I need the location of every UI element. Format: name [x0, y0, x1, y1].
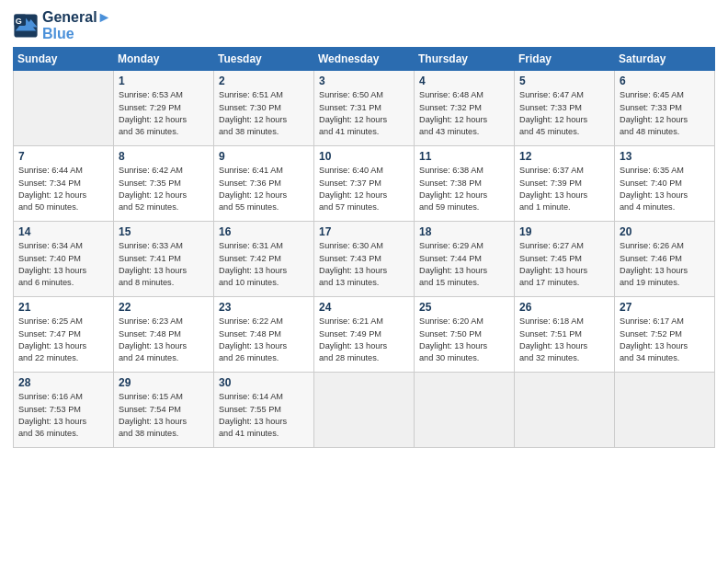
week-row-2: 7Sunrise: 6:44 AMSunset: 7:34 PMDaylight… — [14, 146, 715, 222]
calendar-cell: 24Sunrise: 6:21 AMSunset: 7:49 PMDayligh… — [314, 297, 415, 373]
day-number: 24 — [319, 301, 409, 314]
week-row-4: 21Sunrise: 6:25 AMSunset: 7:47 PMDayligh… — [14, 297, 715, 373]
week-row-5: 28Sunrise: 6:16 AMSunset: 7:53 PMDayligh… — [14, 373, 715, 448]
day-header-monday: Monday — [114, 48, 214, 71]
calendar-cell — [515, 373, 615, 448]
day-number: 22 — [119, 301, 209, 314]
cell-details: Sunrise: 6:31 AMSunset: 7:42 PMDaylight:… — [219, 240, 309, 289]
cell-details: Sunrise: 6:41 AMSunset: 7:36 PMDaylight:… — [219, 165, 309, 213]
cell-details: Sunrise: 6:48 AMSunset: 7:32 PMDaylight:… — [419, 89, 509, 138]
day-number: 10 — [319, 150, 409, 163]
day-header-sunday: Sunday — [14, 48, 114, 71]
day-number: 9 — [219, 150, 309, 163]
day-header-saturday: Saturday — [615, 48, 715, 71]
calendar-cell: 20Sunrise: 6:26 AMSunset: 7:46 PMDayligh… — [615, 222, 715, 297]
cell-details: Sunrise: 6:38 AMSunset: 7:38 PMDaylight:… — [419, 165, 509, 213]
day-number: 12 — [519, 150, 609, 163]
calendar-cell: 4Sunrise: 6:48 AMSunset: 7:32 PMDaylight… — [415, 71, 515, 146]
cell-details: Sunrise: 6:23 AMSunset: 7:48 PMDaylight:… — [119, 316, 209, 364]
calendar-cell: 22Sunrise: 6:23 AMSunset: 7:48 PMDayligh… — [114, 297, 214, 373]
day-number: 8 — [119, 150, 209, 163]
calendar-cell: 10Sunrise: 6:40 AMSunset: 7:37 PMDayligh… — [314, 146, 415, 222]
calendar-cell: 7Sunrise: 6:44 AMSunset: 7:34 PMDaylight… — [14, 146, 114, 222]
calendar-cell: 21Sunrise: 6:25 AMSunset: 7:47 PMDayligh… — [14, 297, 114, 373]
calendar-cell: 23Sunrise: 6:22 AMSunset: 7:48 PMDayligh… — [214, 297, 314, 373]
calendar-cell: 17Sunrise: 6:30 AMSunset: 7:43 PMDayligh… — [314, 222, 415, 297]
day-number: 13 — [620, 150, 710, 163]
day-number: 30 — [219, 376, 309, 389]
calendar-cell: 16Sunrise: 6:31 AMSunset: 7:42 PMDayligh… — [214, 222, 314, 297]
day-number: 11 — [419, 150, 509, 163]
day-number: 25 — [419, 301, 509, 314]
calendar-cell: 28Sunrise: 6:16 AMSunset: 7:53 PMDayligh… — [14, 373, 114, 448]
day-number: 29 — [119, 376, 209, 389]
day-number: 2 — [219, 75, 309, 87]
calendar-cell: 9Sunrise: 6:41 AMSunset: 7:36 PMDaylight… — [214, 146, 314, 222]
cell-details: Sunrise: 6:29 AMSunset: 7:44 PMDaylight:… — [419, 240, 509, 289]
day-number: 26 — [519, 301, 609, 314]
calendar-cell: 1Sunrise: 6:53 AMSunset: 7:29 PMDaylight… — [114, 71, 214, 146]
svg-text:G: G — [16, 16, 22, 25]
cell-details: Sunrise: 6:25 AMSunset: 7:47 PMDaylight:… — [18, 316, 108, 364]
day-number: 5 — [519, 75, 609, 87]
week-row-3: 14Sunrise: 6:34 AMSunset: 7:40 PMDayligh… — [14, 222, 715, 297]
logo-text: General► Blue — [42, 9, 111, 41]
calendar-cell: 30Sunrise: 6:14 AMSunset: 7:55 PMDayligh… — [214, 373, 314, 448]
cell-details: Sunrise: 6:26 AMSunset: 7:46 PMDaylight:… — [620, 240, 710, 289]
cell-details: Sunrise: 6:40 AMSunset: 7:37 PMDaylight:… — [319, 165, 409, 213]
header-row: SundayMondayTuesdayWednesdayThursdayFrid… — [14, 48, 715, 71]
day-number: 19 — [519, 225, 609, 238]
calendar-cell: 25Sunrise: 6:20 AMSunset: 7:50 PMDayligh… — [415, 297, 515, 373]
cell-details: Sunrise: 6:22 AMSunset: 7:48 PMDaylight:… — [219, 316, 309, 364]
cell-details: Sunrise: 6:47 AMSunset: 7:33 PMDaylight:… — [519, 89, 609, 138]
calendar-table: SundayMondayTuesdayWednesdayThursdayFrid… — [13, 47, 715, 448]
day-number: 16 — [219, 225, 309, 238]
cell-details: Sunrise: 6:53 AMSunset: 7:29 PMDaylight:… — [119, 89, 209, 138]
day-number: 21 — [18, 301, 108, 314]
cell-details: Sunrise: 6:30 AMSunset: 7:43 PMDaylight:… — [319, 240, 409, 289]
calendar-cell — [615, 373, 715, 448]
cell-details: Sunrise: 6:21 AMSunset: 7:49 PMDaylight:… — [319, 316, 409, 364]
cell-details: Sunrise: 6:37 AMSunset: 7:39 PMDaylight:… — [519, 165, 609, 213]
cell-details: Sunrise: 6:20 AMSunset: 7:50 PMDaylight:… — [419, 316, 509, 364]
day-number: 28 — [18, 376, 108, 389]
cell-details: Sunrise: 6:18 AMSunset: 7:51 PMDaylight:… — [519, 316, 609, 364]
calendar-cell: 3Sunrise: 6:50 AMSunset: 7:31 PMDaylight… — [314, 71, 415, 146]
calendar-cell: 14Sunrise: 6:34 AMSunset: 7:40 PMDayligh… — [14, 222, 114, 297]
calendar-cell: 12Sunrise: 6:37 AMSunset: 7:39 PMDayligh… — [515, 146, 615, 222]
calendar-cell: 29Sunrise: 6:15 AMSunset: 7:54 PMDayligh… — [114, 373, 214, 448]
cell-details: Sunrise: 6:44 AMSunset: 7:34 PMDaylight:… — [18, 165, 108, 213]
calendar-cell: 13Sunrise: 6:35 AMSunset: 7:40 PMDayligh… — [615, 146, 715, 222]
calendar-cell: 15Sunrise: 6:33 AMSunset: 7:41 PMDayligh… — [114, 222, 214, 297]
day-number: 15 — [119, 225, 209, 238]
calendar-cell: 11Sunrise: 6:38 AMSunset: 7:38 PMDayligh… — [415, 146, 515, 222]
calendar-cell — [415, 373, 515, 448]
cell-details: Sunrise: 6:50 AMSunset: 7:31 PMDaylight:… — [319, 89, 409, 138]
day-header-tuesday: Tuesday — [214, 48, 314, 71]
day-number: 4 — [419, 75, 509, 87]
day-number: 18 — [419, 225, 509, 238]
calendar-cell: 6Sunrise: 6:45 AMSunset: 7:33 PMDaylight… — [615, 71, 715, 146]
calendar-cell: 8Sunrise: 6:42 AMSunset: 7:35 PMDaylight… — [114, 146, 214, 222]
cell-details: Sunrise: 6:17 AMSunset: 7:52 PMDaylight:… — [620, 316, 710, 364]
cell-details: Sunrise: 6:51 AMSunset: 7:30 PMDaylight:… — [219, 89, 309, 138]
logo: G General► Blue — [13, 9, 111, 41]
day-number: 27 — [620, 301, 710, 314]
day-number: 6 — [620, 75, 710, 87]
day-number: 14 — [18, 225, 108, 238]
calendar-cell — [14, 71, 114, 146]
calendar-cell: 19Sunrise: 6:27 AMSunset: 7:45 PMDayligh… — [515, 222, 615, 297]
cell-details: Sunrise: 6:14 AMSunset: 7:55 PMDaylight:… — [219, 391, 309, 440]
day-header-friday: Friday — [515, 48, 615, 71]
calendar-cell: 27Sunrise: 6:17 AMSunset: 7:52 PMDayligh… — [615, 297, 715, 373]
cell-details: Sunrise: 6:42 AMSunset: 7:35 PMDaylight:… — [119, 165, 209, 213]
cell-details: Sunrise: 6:27 AMSunset: 7:45 PMDaylight:… — [519, 240, 609, 289]
cell-details: Sunrise: 6:33 AMSunset: 7:41 PMDaylight:… — [119, 240, 209, 289]
day-header-thursday: Thursday — [415, 48, 515, 71]
logo-icon: G — [13, 13, 39, 39]
header: G General► Blue — [13, 9, 715, 41]
calendar-cell: 2Sunrise: 6:51 AMSunset: 7:30 PMDaylight… — [214, 71, 314, 146]
day-number: 23 — [219, 301, 309, 314]
cell-details: Sunrise: 6:15 AMSunset: 7:54 PMDaylight:… — [119, 391, 209, 440]
calendar-cell: 26Sunrise: 6:18 AMSunset: 7:51 PMDayligh… — [515, 297, 615, 373]
